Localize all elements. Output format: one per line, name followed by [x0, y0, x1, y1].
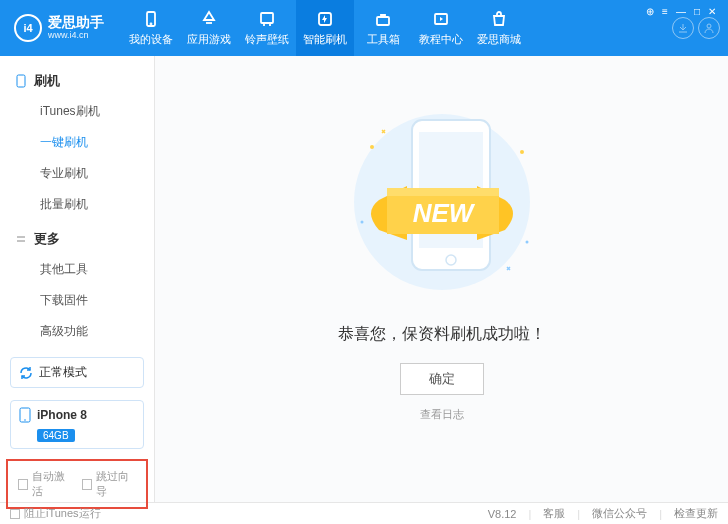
view-log-link[interactable]: 查看日志: [420, 407, 464, 422]
success-illustration: NEW: [327, 92, 557, 312]
nav-item-shop[interactable]: 爱思商城: [470, 0, 528, 56]
sidebar-item[interactable]: 其他工具: [40, 254, 140, 285]
sidebar-item[interactable]: 一键刷机: [40, 127, 140, 158]
svg-rect-2: [261, 13, 273, 23]
flash-icon: [316, 10, 334, 28]
svg-point-9: [24, 419, 26, 421]
close-icon[interactable]: ✕: [708, 6, 716, 17]
sidebar-item[interactable]: 专业刷机: [40, 158, 140, 189]
device-capacity: 64GB: [37, 429, 75, 442]
app-url: www.i4.cn: [48, 31, 104, 41]
side-section-title: 更多: [14, 224, 140, 254]
svg-rect-4: [377, 17, 389, 25]
sidebar-item[interactable]: iTunes刷机: [40, 96, 140, 127]
svg-point-14: [525, 241, 528, 244]
highlighted-options: 自动激活 跳过向导: [6, 459, 148, 509]
maximize-icon[interactable]: □: [694, 6, 700, 17]
sidebar-item[interactable]: 下载固件: [40, 285, 140, 316]
minimize-icon[interactable]: —: [676, 6, 686, 17]
footer-link-update[interactable]: 检查更新: [674, 506, 718, 521]
success-message: 恭喜您，保资料刷机成功啦！: [338, 324, 546, 345]
svg-text:NEW: NEW: [412, 198, 475, 228]
app-logo: i4 爱思助手 www.i4.cn: [14, 14, 104, 42]
download-button[interactable]: [672, 17, 694, 39]
pin-icon[interactable]: ⊕: [646, 6, 654, 17]
svg-point-13: [360, 221, 363, 224]
svg-point-6: [707, 24, 711, 28]
mode-box[interactable]: 正常模式: [10, 357, 144, 388]
nav-item-flash[interactable]: 智能刷机: [296, 0, 354, 56]
tutorial-icon: [432, 10, 450, 28]
nav-item-toolbox[interactable]: 工具箱: [354, 0, 412, 56]
nav-item-wallpaper[interactable]: 铃声壁纸: [238, 0, 296, 56]
skip-guide-checkbox[interactable]: 跳过向导: [82, 469, 136, 499]
apps-icon: [200, 10, 218, 28]
device-name: iPhone 8: [37, 408, 87, 422]
phone-icon: [142, 10, 160, 28]
phone-icon: [19, 407, 31, 423]
main-content: NEW 恭喜您，保资料刷机成功啦！ 确定 查看日志: [155, 56, 728, 502]
svg-rect-19: [387, 188, 499, 196]
block-itunes-checkbox[interactable]: 阻止iTunes运行: [10, 506, 101, 521]
toolbox-icon: [374, 10, 392, 28]
app-name: 爱思助手: [48, 15, 104, 30]
sync-icon: [19, 366, 33, 380]
svg-point-11: [370, 145, 374, 149]
nav-item-tutorial[interactable]: 教程中心: [412, 0, 470, 56]
menu-icon[interactable]: ≡: [662, 6, 668, 17]
ok-button[interactable]: 确定: [400, 363, 484, 395]
shop-icon: [490, 10, 508, 28]
nav-item-apps[interactable]: 应用游戏: [180, 0, 238, 56]
top-nav: 我的设备应用游戏铃声壁纸智能刷机工具箱教程中心爱思商城: [122, 0, 672, 56]
version-label: V8.12: [488, 508, 517, 520]
device-box[interactable]: iPhone 8 64GB: [10, 400, 144, 449]
app-header: i4 爱思助手 www.i4.cn 我的设备应用游戏铃声壁纸智能刷机工具箱教程中…: [0, 0, 728, 56]
side-section-title: 刷机: [14, 66, 140, 96]
footer-link-support[interactable]: 客服: [543, 506, 565, 521]
window-controls: ⊕ ≡ — □ ✕: [646, 6, 720, 17]
svg-rect-7: [17, 75, 25, 87]
logo-badge: i4: [14, 14, 42, 42]
user-button[interactable]: [698, 17, 720, 39]
auto-activate-checkbox[interactable]: 自动激活: [18, 469, 72, 499]
footer-link-wechat[interactable]: 微信公众号: [592, 506, 647, 521]
nav-item-phone[interactable]: 我的设备: [122, 0, 180, 56]
sidebar-item[interactable]: 批量刷机: [40, 189, 140, 220]
sidebar: 刷机iTunes刷机一键刷机专业刷机批量刷机更多其他工具下载固件高级功能 正常模…: [0, 56, 155, 502]
wallpaper-icon: [258, 10, 276, 28]
mode-label: 正常模式: [39, 364, 87, 381]
svg-point-1: [151, 23, 152, 24]
sidebar-item[interactable]: 高级功能: [40, 316, 140, 347]
svg-point-12: [520, 150, 524, 154]
